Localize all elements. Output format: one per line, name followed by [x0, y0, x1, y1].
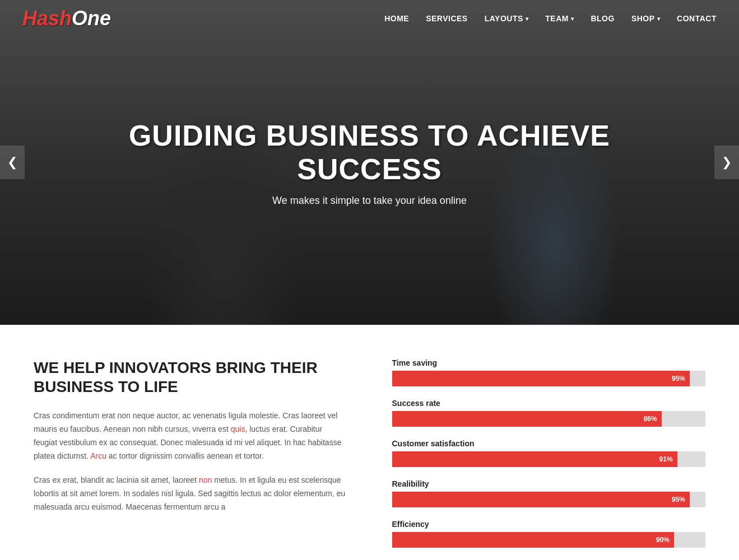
left-paragraph-1: Cras condimentum erat non neque auctor, …	[34, 409, 347, 463]
hero-subheading: We makes it simple to take your idea onl…	[74, 195, 665, 207]
logo: HashOne	[22, 7, 111, 30]
skill-bar-label-realibility: 95%	[672, 496, 690, 503]
nav-services[interactable]: SERVICES	[426, 14, 468, 23]
nav-team[interactable]: TEAM	[545, 14, 574, 23]
skill-efficiency: Efficiency 90%	[392, 520, 706, 548]
skill-bar-fill-efficiency: 90%	[392, 532, 675, 548]
skill-bar-bg-success-rate: 86%	[392, 411, 706, 427]
skill-time-saving: Time saving 95%	[392, 358, 706, 386]
logo-one: One	[72, 7, 111, 30]
left-heading: WE HELP INNOVATORS BRING THEIR BUSINESS …	[34, 358, 347, 396]
link-arcu[interactable]: Arcu	[90, 451, 106, 460]
link-quis[interactable]: quis	[231, 424, 245, 433]
nav-home[interactable]: HOME	[384, 14, 409, 23]
logo-hash: Hash	[22, 7, 72, 30]
skill-label-success-rate: Success rate	[392, 399, 706, 408]
skill-bar-label-customer-satisfaction: 91%	[659, 455, 677, 463]
main-section: WE HELP INNOVATORS BRING THEIR BUSINESS …	[0, 325, 739, 560]
header: HashOne HOME SERVICES LAYOUTS TEAM BLOG …	[0, 0, 739, 37]
skill-bar-fill-realibility: 95%	[392, 492, 690, 507]
skill-bar-label-success-rate: 86%	[644, 415, 662, 423]
skill-bar-fill-time-saving: 95%	[392, 371, 690, 386]
skill-bar-bg-efficiency: 90%	[392, 532, 706, 548]
main-nav: HOME SERVICES LAYOUTS TEAM BLOG SHOP CON…	[384, 14, 717, 23]
left-paragraph-2: Cras ex erat, blandit ac lacinia sit ame…	[34, 474, 347, 514]
skill-label-customer-satisfaction: Customer satisfaction	[392, 439, 706, 448]
hero-next-arrow[interactable]: ❯	[714, 146, 739, 179]
left-column: WE HELP INNOVATORS BRING THEIR BUSINESS …	[34, 358, 347, 560]
skill-label-realibility: Realibility	[392, 479, 706, 488]
skill-customer-satisfaction: Customer satisfaction 91%	[392, 439, 706, 467]
skill-label-time-saving: Time saving	[392, 358, 706, 367]
link-non[interactable]: non	[199, 475, 212, 484]
right-column: Time saving 95% Success rate 86% Custome…	[392, 358, 706, 560]
skill-bar-fill-success-rate: 86%	[392, 411, 662, 427]
nav-layouts[interactable]: LAYOUTS	[485, 14, 529, 23]
skill-bar-bg-time-saving: 95%	[392, 371, 706, 386]
nav-shop[interactable]: SHOP	[631, 14, 660, 23]
nav-contact[interactable]: CONTACT	[677, 14, 717, 23]
hero-section: GUIDING BUSINESS TO ACHIEVE SUCCESS We m…	[0, 0, 739, 325]
skill-bar-fill-customer-satisfaction: 91%	[392, 451, 677, 467]
skill-success-rate: Success rate 86%	[392, 399, 706, 427]
skill-bar-bg-realibility: 95%	[392, 492, 706, 507]
skill-realibility: Realibility 95%	[392, 479, 706, 507]
hero-heading: GUIDING BUSINESS TO ACHIEVE SUCCESS	[74, 119, 665, 186]
hero-content: GUIDING BUSINESS TO ACHIEVE SUCCESS We m…	[74, 119, 665, 207]
skill-bar-label-time-saving: 95%	[672, 375, 690, 382]
skill-bar-bg-customer-satisfaction: 91%	[392, 451, 706, 467]
skill-bar-label-efficiency: 90%	[656, 536, 674, 544]
hero-prev-arrow[interactable]: ❮	[0, 146, 25, 179]
nav-blog[interactable]: BLOG	[591, 14, 614, 23]
skill-label-efficiency: Efficiency	[392, 520, 706, 529]
